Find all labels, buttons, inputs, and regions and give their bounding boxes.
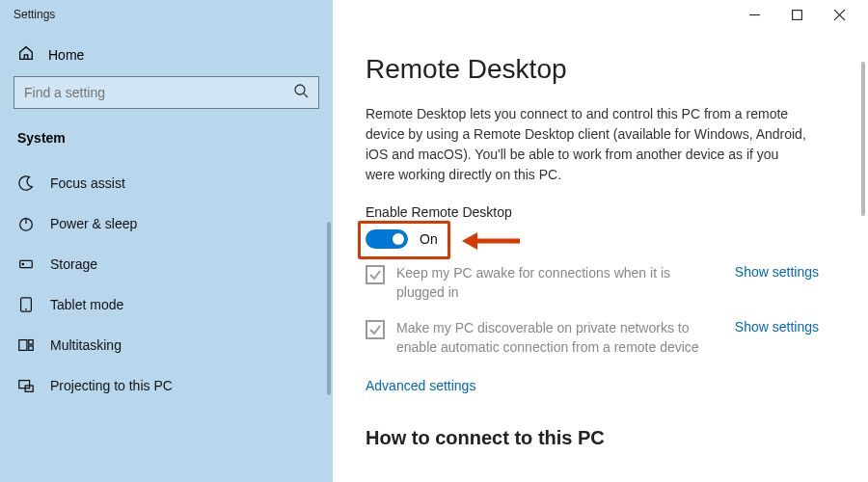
sidebar-item-projecting[interactable]: Projecting to this PC — [14, 365, 319, 406]
minimize-icon — [748, 9, 761, 21]
main-content: Remote Desktop Remote Desktop lets you c… — [333, 29, 868, 482]
page-title: Remote Desktop — [366, 54, 839, 85]
option-discoverable: Make my PC discoverable on private netwo… — [366, 319, 819, 357]
svg-marker-18 — [462, 232, 477, 250]
close-button[interactable] — [818, 0, 860, 29]
window-controls — [333, 0, 868, 29]
sidebar-item-label: Power & sleep — [50, 216, 137, 231]
maximize-button[interactable] — [775, 0, 818, 29]
svg-rect-12 — [19, 340, 27, 351]
sidebar-item-label: Tablet mode — [50, 297, 123, 312]
show-settings-link[interactable]: Show settings — [735, 264, 819, 280]
enable-remote-desktop-toggle-row: On — [366, 229, 839, 249]
sidebar-scrollbar[interactable] — [327, 222, 331, 395]
search-input[interactable] — [24, 85, 266, 100]
sidebar-item-label: Focus assist — [50, 175, 125, 191]
svg-rect-13 — [29, 340, 34, 345]
svg-rect-14 — [29, 346, 34, 351]
settings-window: Settings Home — [0, 0, 868, 482]
keep-awake-checkbox[interactable] — [366, 265, 385, 284]
moon-icon — [17, 174, 35, 192]
window-body: Home System Focus assist Power & sleep — [0, 29, 868, 482]
home-icon — [17, 44, 35, 65]
option-text: Make my PC discoverable on private netwo… — [396, 319, 719, 357]
advanced-settings-link[interactable]: Advanced settings — [366, 378, 475, 393]
sidebar-section-label: System — [14, 126, 319, 163]
sidebar-item-storage[interactable]: Storage — [14, 244, 319, 284]
svg-rect-1 — [792, 10, 801, 19]
sidebar-home[interactable]: Home — [14, 37, 319, 74]
power-icon — [17, 215, 35, 232]
checkmark-icon — [368, 323, 382, 336]
storage-icon — [17, 255, 35, 273]
sidebar-item-multitasking[interactable]: Multitasking — [14, 325, 319, 365]
connect-title: How to connect to this PC — [366, 427, 839, 449]
option-keep-awake: Keep my PC awake for connections when it… — [366, 264, 819, 302]
sidebar-item-label: Storage — [50, 256, 97, 272]
enable-remote-desktop-label: Enable Remote Desktop — [366, 204, 839, 220]
svg-point-4 — [295, 85, 305, 94]
sidebar-item-focus-assist[interactable]: Focus assist — [14, 163, 319, 203]
sidebar-item-tablet-mode[interactable]: Tablet mode — [14, 284, 319, 325]
option-left: Keep my PC awake for connections when it… — [366, 264, 719, 302]
minimize-button[interactable] — [733, 0, 775, 29]
sidebar: Home System Focus assist Power & sleep — [0, 29, 333, 482]
svg-line-5 — [304, 94, 308, 97]
annotation-arrow-icon — [458, 224, 526, 258]
discoverable-checkbox[interactable] — [366, 320, 385, 339]
titlebar-title: Settings — [0, 0, 333, 29]
main-scrollbar[interactable] — [861, 62, 865, 216]
search-box[interactable] — [14, 76, 319, 109]
sidebar-item-label: Multitasking — [50, 337, 122, 353]
show-settings-link[interactable]: Show settings — [735, 319, 819, 335]
sidebar-item-power-sleep[interactable]: Power & sleep — [14, 203, 319, 244]
option-left: Make my PC discoverable on private netwo… — [366, 319, 719, 357]
option-text: Keep my PC awake for connections when it… — [396, 264, 719, 302]
search-icon — [293, 83, 309, 102]
remote-desktop-toggle[interactable] — [366, 229, 408, 249]
svg-point-9 — [22, 263, 23, 264]
sidebar-home-label: Home — [48, 47, 84, 63]
toggle-knob — [393, 233, 404, 245]
maximize-icon — [791, 9, 803, 21]
multitasking-icon — [17, 336, 35, 354]
page-description: Remote Desktop lets you connect to and c… — [366, 104, 809, 185]
close-icon — [833, 9, 846, 21]
toggle-state-label: On — [420, 231, 438, 247]
svg-rect-15 — [19, 381, 30, 388]
tablet-icon — [17, 296, 35, 313]
sidebar-nav: Focus assist Power & sleep Storage Table… — [14, 163, 319, 406]
titlebar: Settings — [0, 0, 868, 29]
sidebar-item-label: Projecting to this PC — [50, 378, 173, 393]
options-block: Keep my PC awake for connections when it… — [366, 264, 819, 357]
projecting-icon — [17, 377, 35, 394]
checkmark-icon — [368, 268, 382, 281]
